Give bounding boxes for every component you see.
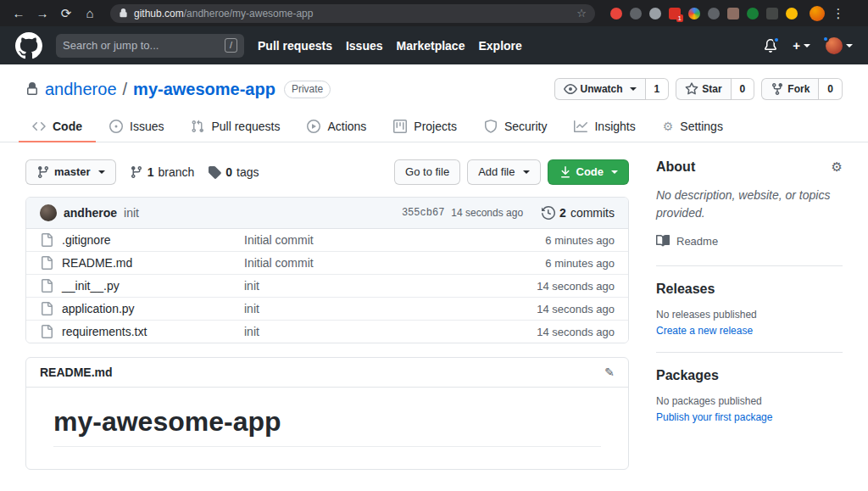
commit-author-avatar[interactable]: [40, 204, 57, 221]
file-name-link[interactable]: __init__.py: [62, 279, 236, 293]
commit-author-link[interactable]: andheroe: [64, 206, 117, 220]
branch-selector-button[interactable]: master: [25, 159, 116, 185]
address-bar[interactable]: github.com/andheroe/my-awesome-app ☆: [110, 4, 595, 23]
nav-issues[interactable]: Issues: [346, 39, 383, 53]
tab-issues[interactable]: Issues: [96, 112, 177, 142]
commits-history-link[interactable]: 2 commits: [542, 206, 615, 220]
search-box[interactable]: /: [56, 34, 244, 58]
file-name-link[interactable]: .gitignore: [62, 233, 236, 247]
file-icon: [40, 325, 53, 338]
file-age: 14 seconds ago: [537, 280, 615, 293]
file-commit-message[interactable]: Initial commit: [244, 256, 537, 270]
extension-icon[interactable]: [688, 8, 700, 20]
nav-explore[interactable]: Explore: [478, 39, 521, 53]
table-row[interactable]: __init__.py init 14 seconds ago: [26, 275, 628, 298]
repo-sidebar: About ⚙ No description, website, or topi…: [656, 159, 843, 491]
fork-count[interactable]: 0: [819, 78, 843, 100]
table-row[interactable]: .gitignore Initial commit 6 minutes ago: [26, 229, 628, 252]
forward-icon[interactable]: →: [32, 3, 53, 24]
browser-menu-icon[interactable]: ⋮: [828, 3, 849, 24]
extension-icon[interactable]: [766, 8, 778, 20]
tab-settings[interactable]: ⚙ Settings: [649, 112, 737, 142]
tab-issues-label: Issues: [130, 120, 164, 133]
file-age: 6 minutes ago: [545, 257, 615, 270]
breadcrumb: andheroe / my-awesome-app: [25, 80, 275, 99]
fork-button[interactable]: Fork: [761, 78, 819, 100]
extension-icon[interactable]: [610, 8, 622, 20]
star-count[interactable]: 0: [732, 78, 755, 100]
file-commit-message[interactable]: init: [244, 302, 528, 315]
watch-count[interactable]: 1: [646, 78, 670, 100]
github-logo[interactable]: [15, 32, 42, 59]
tags-link[interactable]: 0 tags: [208, 165, 259, 179]
unwatch-button[interactable]: Unwatch: [554, 78, 646, 100]
create-new-button[interactable]: +: [793, 38, 810, 53]
header-nav: Pull requests Issues Marketplace Explore: [258, 39, 522, 53]
url-text: github.com/andheroe/my-awesome-app: [134, 8, 313, 20]
notifications-bell-icon[interactable]: [764, 39, 777, 53]
https-lock-icon: [119, 8, 128, 18]
readme-filename[interactable]: README.md: [40, 365, 113, 379]
about-settings-gear-icon[interactable]: ⚙: [832, 159, 843, 175]
create-release-link[interactable]: Create a new release: [656, 325, 753, 337]
search-input[interactable]: [63, 39, 225, 52]
tab-projects[interactable]: Projects: [380, 112, 470, 142]
extension-icon[interactable]: [727, 8, 739, 20]
repo-actions: Unwatch 1 Star 0 Fork: [554, 78, 843, 100]
back-icon[interactable]: ←: [8, 3, 29, 24]
gear-icon: ⚙: [663, 120, 674, 133]
extension-icon[interactable]: [747, 8, 759, 20]
branches-count: 1: [147, 165, 154, 179]
user-menu[interactable]: [826, 37, 853, 54]
file-commit-message[interactable]: init: [244, 279, 528, 293]
unwatch-label: Unwatch: [581, 81, 623, 98]
repo-owner-link[interactable]: andheroe: [45, 80, 117, 99]
tab-insights[interactable]: Insights: [560, 112, 648, 142]
home-icon[interactable]: ⌂: [80, 3, 100, 24]
table-row[interactable]: application.py init 14 seconds ago: [26, 298, 628, 321]
go-to-file-button[interactable]: Go to file: [394, 159, 460, 185]
extension-icon[interactable]: [630, 8, 642, 20]
tab-projects-label: Projects: [414, 120, 457, 133]
edit-pencil-icon[interactable]: ✎: [604, 365, 615, 379]
extension-icon[interactable]: 1: [669, 8, 681, 20]
nav-pull-requests[interactable]: Pull requests: [258, 39, 332, 53]
file-name-link[interactable]: README.md: [62, 256, 236, 270]
tab-pull-requests[interactable]: Pull requests: [177, 112, 293, 142]
table-row[interactable]: requirements.txt init 14 seconds ago: [26, 321, 628, 343]
plus-icon: +: [793, 38, 800, 53]
file-name-link[interactable]: application.py: [62, 302, 236, 315]
tab-security[interactable]: Security: [470, 112, 561, 142]
code-download-button[interactable]: Code: [548, 159, 630, 185]
nav-marketplace[interactable]: Marketplace: [397, 39, 465, 53]
repo-header: andheroe / my-awesome-app Private Unwatc…: [0, 64, 868, 100]
reload-icon[interactable]: ⟳: [56, 3, 76, 24]
add-file-button[interactable]: Add file: [467, 159, 540, 185]
repo-name-link[interactable]: my-awesome-app: [133, 80, 275, 99]
star-label: Star: [702, 81, 721, 98]
readme-anchor-link[interactable]: Readme: [656, 234, 718, 248]
star-button[interactable]: Star: [676, 78, 731, 100]
extension-icon[interactable]: [649, 8, 661, 20]
browser-profile-avatar[interactable]: [810, 6, 825, 21]
file-name-link[interactable]: requirements.txt: [62, 325, 236, 338]
commit-sha-link[interactable]: 355cb67: [402, 207, 444, 219]
table-row[interactable]: README.md Initial commit 6 minutes ago: [26, 252, 628, 275]
tab-actions[interactable]: Actions: [293, 112, 380, 142]
file-commit-message[interactable]: init: [244, 325, 528, 338]
readme-body: my-awesome-app: [26, 388, 628, 469]
tags-count: 0: [225, 165, 232, 179]
extension-icon[interactable]: [708, 8, 720, 20]
browser-toolbar: ← → ⟳ ⌂ github.com/andheroe/my-awesome-a…: [0, 0, 868, 26]
about-description: No description, website, or topics provi…: [656, 187, 843, 222]
tab-code[interactable]: Code: [19, 112, 96, 142]
file-commit-message[interactable]: Initial commit: [244, 233, 537, 247]
extension-icon[interactable]: [786, 8, 798, 20]
publish-package-link[interactable]: Publish your first package: [656, 411, 772, 423]
commit-message-link[interactable]: init: [124, 206, 139, 220]
bookmark-star-icon[interactable]: ☆: [576, 7, 587, 20]
branches-link[interactable]: 1 branch: [130, 165, 195, 179]
fork-label: Fork: [787, 81, 810, 98]
tab-security-label: Security: [504, 120, 548, 133]
about-section: About ⚙ No description, website, or topi…: [656, 159, 843, 266]
